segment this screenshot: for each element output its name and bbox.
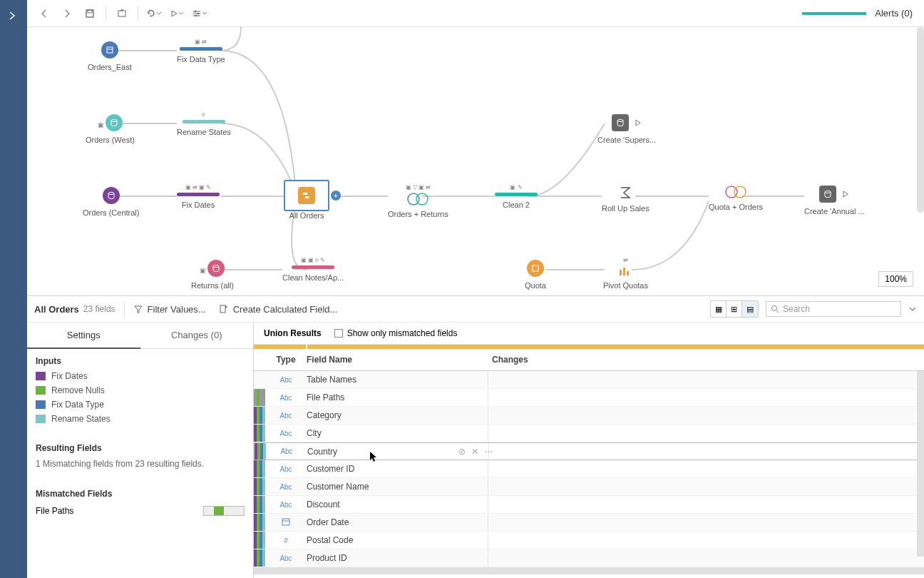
save-button[interactable] — [80, 4, 100, 24]
node-orders-east[interactable]: Orders_East — [88, 41, 132, 71]
type-icon[interactable]: # — [270, 537, 302, 544]
field-name: Postal Code — [302, 535, 488, 545]
node-quota[interactable]: Quota — [525, 260, 546, 290]
status-bar — [802, 12, 866, 15]
create-calc-field-button[interactable]: Create Calculated Field... — [219, 304, 338, 315]
forward-button[interactable] — [57, 4, 77, 24]
step-create-super[interactable]: Create 'Supers... — [597, 114, 656, 144]
tab-settings[interactable]: Settings — [27, 323, 140, 349]
panel-menu-button[interactable] — [908, 303, 917, 315]
view-toggle: ▦ ⊞ ▤ — [710, 300, 759, 318]
step-rename-states[interactable]: ⎋ Rename States — [177, 111, 231, 136]
svg-point-27 — [825, 191, 831, 193]
back-button[interactable] — [34, 4, 54, 24]
table-row[interactable]: AbcCustomer Name — [254, 478, 924, 496]
type-icon[interactable]: Abc — [270, 412, 302, 420]
input-rename-states[interactable]: Rename States — [27, 412, 253, 426]
more-icon[interactable]: ⋯ — [484, 447, 493, 457]
node-orders-west[interactable]: ▣ Orders (West) — [86, 114, 135, 144]
field-name: Customer Name — [302, 482, 488, 492]
field-table: AbcTable NamesAbcFile PathsAbcCategoryAb… — [254, 371, 924, 567]
zoom-indicator[interactable]: 100% — [878, 271, 913, 287]
table-row[interactable]: #Postal Code — [254, 532, 924, 549]
svg-point-24 — [416, 193, 428, 205]
type-icon[interactable]: Abc — [270, 394, 302, 402]
input-fix-data-type[interactable]: Fix Data Type — [27, 397, 253, 412]
node-orders-central[interactable]: Orders (Central) — [83, 187, 139, 217]
step-all-orders[interactable]: All Orders + — [284, 180, 329, 220]
svg-point-28 — [617, 120, 623, 122]
hide-icon[interactable]: ⊘ — [458, 447, 466, 457]
type-icon[interactable]: Abc — [270, 430, 302, 437]
type-icon[interactable]: Abc — [270, 447, 303, 455]
connectors — [27, 27, 924, 295]
table-scrollbar[interactable] — [917, 371, 924, 557]
changes-cell — [488, 496, 924, 513]
refresh-button[interactable] — [144, 4, 164, 24]
filter-values-button[interactable]: Filter Values... — [133, 304, 206, 315]
step-clean-notes[interactable]: ▣ ▣ ⎋ ✎ Clean Notes/Ap... — [282, 257, 344, 282]
svg-rect-37 — [282, 519, 289, 525]
input-remove-nulls[interactable]: Remove Nulls — [27, 383, 253, 397]
changes-cell — [488, 460, 924, 477]
type-icon[interactable]: Abc — [270, 501, 302, 509]
step-rollup[interactable]: Roll Up Sales — [602, 186, 650, 213]
show-mismatch-checkbox[interactable] — [334, 329, 343, 338]
union-header: Union Results Show only mismatched field… — [254, 323, 924, 345]
step-fix-dates[interactable]: ▣ ⇄ ▣ ✎ Fix Dates — [177, 184, 220, 209]
type-icon[interactable]: Abc — [270, 376, 302, 384]
search-input[interactable]: Search — [766, 301, 901, 317]
type-icon[interactable]: Abc — [270, 554, 302, 562]
run-button[interactable] — [167, 4, 187, 24]
add-step-button[interactable]: + — [331, 191, 341, 201]
left-pane: Settings Changes (0) Inputs Fix Dates Re… — [27, 323, 254, 578]
step-fix-data-type[interactable]: ▣ ⇄ Fix Data Type — [177, 39, 225, 64]
table-row[interactable]: Order Date — [254, 514, 924, 532]
table-row[interactable]: AbcDiscount — [254, 496, 924, 514]
table-row[interactable]: AbcFile Paths — [254, 389, 924, 407]
svg-rect-33 — [627, 271, 629, 275]
alerts-button[interactable]: Alerts (0) — [875, 8, 918, 19]
step-pivot-quotas[interactable]: ⇄ Pivot Quotas — [603, 257, 648, 290]
flow-canvas[interactable]: 100% Orders_East ▣ ⇄ Fix Data Type ▣ — [27, 27, 924, 295]
mismatch-item[interactable]: File Paths — [27, 502, 253, 520]
view-list-button[interactable]: ▤ — [742, 301, 758, 317]
step-clean2[interactable]: ▣ ✎ Clean 2 — [495, 184, 538, 209]
svg-point-20 — [108, 193, 114, 195]
table-row[interactable]: AbcCountry⊘✕⋯ — [254, 442, 924, 460]
input-fix-dates[interactable]: Fix Dates — [27, 369, 253, 383]
field-name: Order Date — [302, 517, 488, 527]
toolbar: Alerts (0) — [27, 0, 924, 27]
type-icon[interactable]: Abc — [270, 483, 302, 491]
table-row[interactable]: AbcCity — [254, 425, 924, 442]
changes-cell — [488, 425, 924, 442]
remove-icon[interactable]: ✕ — [471, 447, 478, 457]
publish-button[interactable] — [112, 4, 132, 24]
type-icon[interactable]: Abc — [270, 465, 302, 473]
tab-changes[interactable]: Changes (0) — [140, 323, 254, 349]
view-grid-button[interactable]: ⊞ — [727, 301, 742, 317]
node-returns-all[interactable]: ▣ Returns (all) — [191, 260, 234, 290]
step-mini-icons: ▣ ✎ — [510, 184, 522, 191]
step-mini-icons: ⎋ — [202, 111, 205, 118]
table-row[interactable]: AbcCustomer ID — [254, 460, 924, 478]
table-row[interactable]: AbcProduct ID — [254, 549, 924, 567]
step-quota-orders[interactable]: Quota + Orders — [709, 186, 763, 211]
step-orders-returns[interactable]: ▣ ▽ ▣ ⇄ Orders + Returns — [388, 184, 448, 218]
svg-rect-21 — [303, 193, 307, 195]
canvas-scrollbar[interactable] — [917, 27, 924, 213]
step-create-annual[interactable]: Create 'Annual ... — [804, 186, 865, 216]
field-name: Discount — [302, 500, 488, 509]
type-icon[interactable] — [270, 517, 302, 527]
view-profile-button[interactable]: ▦ — [711, 301, 727, 317]
table-row[interactable]: AbcTable Names — [254, 371, 924, 389]
h-scrollbar[interactable] — [254, 567, 924, 574]
table-row[interactable]: AbcCategory — [254, 407, 924, 425]
svg-rect-34 — [220, 305, 225, 313]
table-header: Type Field Name Changes — [254, 349, 924, 371]
svg-rect-2 — [118, 11, 125, 16]
expand-sidebar-icon[interactable] — [9, 10, 16, 23]
settings-button[interactable] — [190, 4, 210, 24]
svg-rect-30 — [533, 265, 538, 271]
resulting-text: 1 Mismatching fields from 23 resulting f… — [27, 456, 253, 472]
